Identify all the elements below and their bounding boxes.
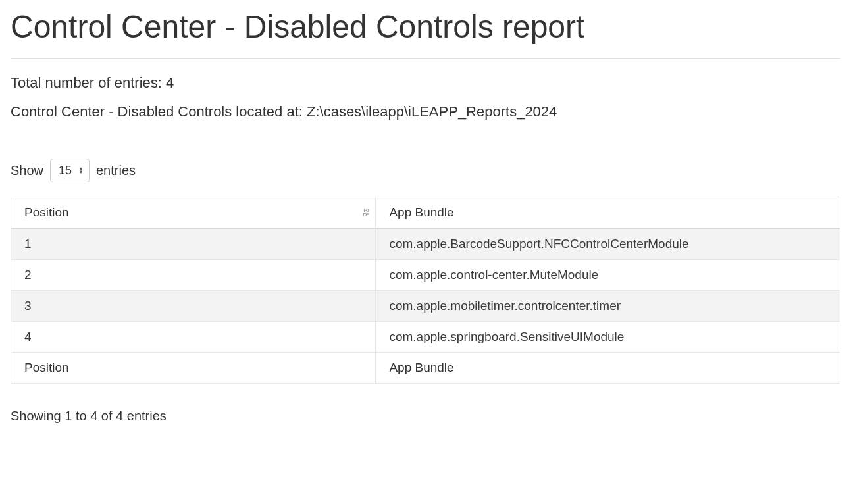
divider [11, 58, 840, 59]
select-arrows-icon: ▲▼ [78, 167, 84, 174]
entries-per-page-select[interactable]: 15 ▲▼ [50, 159, 90, 182]
showing-info: Showing 1 to 4 of 4 entries [11, 409, 840, 424]
cell-position: 2 [11, 260, 376, 291]
table-row: 1 com.apple.BarcodeSupport.NFCControlCen… [11, 228, 840, 260]
cell-app-bundle: com.apple.BarcodeSupport.NFCControlCente… [376, 228, 840, 260]
table-row: 3 com.apple.mobiletimer.controlcenter.ti… [11, 291, 840, 322]
column-header-position-label: Position [24, 205, 69, 219]
show-label: Show [11, 163, 43, 178]
column-header-position[interactable]: Position F0DE [11, 197, 376, 229]
footer-app-bundle: App Bundle [376, 353, 840, 384]
sort-icon: F0DE [363, 208, 369, 217]
column-header-app-bundle-label: App Bundle [389, 205, 453, 219]
cell-app-bundle: com.apple.mobiletimer.controlcenter.time… [376, 291, 840, 322]
location-label: Control Center - Disabled Controls locat… [11, 102, 840, 122]
cell-position: 4 [11, 322, 376, 353]
table-row: 4 com.apple.springboard.SensitiveUIModul… [11, 322, 840, 353]
data-table: Position F0DE App Bundle 1 com.apple.Bar… [11, 197, 840, 384]
entries-label: entries [96, 163, 136, 178]
table-row: 2 com.apple.control-center.MuteModule [11, 260, 840, 291]
cell-position: 1 [11, 228, 376, 260]
cell-app-bundle: com.apple.springboard.SensitiveUIModule [376, 322, 840, 353]
cell-position: 3 [11, 291, 376, 322]
cell-app-bundle: com.apple.control-center.MuteModule [376, 260, 840, 291]
column-header-app-bundle[interactable]: App Bundle [376, 197, 840, 229]
page-title: Control Center - Disabled Controls repor… [11, 8, 840, 46]
footer-position: Position [11, 353, 376, 384]
table-footer-row: Position App Bundle [11, 353, 840, 384]
entries-per-page-value: 15 [59, 164, 72, 178]
total-entries-label: Total number of entries: 4 [11, 73, 840, 93]
length-control-row: Show 15 ▲▼ entries [11, 159, 840, 182]
